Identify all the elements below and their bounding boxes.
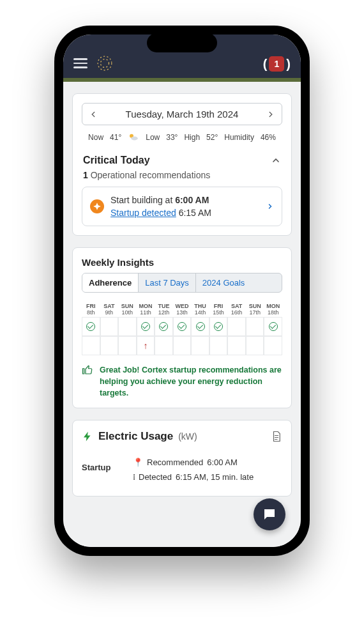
svg-point-0	[98, 56, 112, 70]
check-circle-icon	[269, 322, 278, 331]
partly-cloudy-icon	[128, 132, 139, 143]
cal-check-cell	[137, 317, 155, 336]
cal-head: SUN10th	[118, 302, 137, 317]
recommendation-line2: Startup detected 6:15 AM	[110, 208, 260, 218]
chevron-right-icon[interactable]	[266, 110, 275, 119]
cal-check-cell	[82, 317, 100, 336]
cal-check-cell	[191, 317, 209, 336]
cal-arrow-cell	[155, 336, 173, 355]
detected-marker-icon: ⁝	[133, 472, 135, 482]
notch	[147, 33, 217, 52]
thumbs-up-icon	[82, 364, 93, 376]
cal-check-cell	[100, 317, 119, 336]
usage-rows: 📍 Recommended 6:00 AM ⁝ Detected 6:15 AM…	[133, 458, 282, 487]
recommended-time: 6:00 AM	[207, 458, 238, 467]
cal-arrow-cell	[227, 336, 246, 355]
usage-body: Startup 📍 Recommended 6:00 AM ⁝ Detected…	[82, 458, 282, 487]
cal-arrow-cell	[173, 336, 192, 355]
praise-banner: Great Job! Cortex startup recommendation…	[82, 364, 282, 399]
bolt-icon	[82, 429, 93, 443]
weekly-title: Weekly Insights	[82, 257, 282, 268]
menu-button[interactable]	[73, 58, 87, 68]
recommended-label: Recommended	[147, 458, 203, 467]
chevron-right-icon[interactable]	[266, 203, 274, 210]
rec-prefix: Start building at	[110, 195, 175, 205]
cal-head: SUN17th	[246, 302, 264, 317]
check-circle-icon	[141, 322, 150, 331]
paren-left: (	[263, 57, 268, 72]
cal-head: MON11th	[137, 302, 155, 317]
check-circle-icon	[178, 322, 186, 331]
cal-head: WED13th	[173, 302, 192, 317]
content-scroll[interactable]: Tuesday, March 19th 2024 Now 41° Low 33°…	[63, 82, 301, 547]
tab-2024goals[interactable]: 2024 Goals	[196, 273, 252, 292]
weather-now-label: Now	[88, 133, 103, 142]
compass-icon	[90, 199, 104, 213]
check-circle-icon	[214, 322, 223, 331]
usage-detected-row: ⁝ Detected 6:15 AM, 15 min. late	[133, 472, 282, 482]
check-circle-icon	[86, 322, 95, 331]
cal-check-cell	[227, 317, 246, 336]
critical-subtext: 1 Operational recommendations	[83, 170, 282, 180]
date-picker: Tuesday, March 19th 2024	[82, 103, 282, 125]
startup-detected-link[interactable]: Startup detected	[110, 208, 176, 218]
app-logo-icon	[96, 55, 113, 72]
cal-head: MON18th	[264, 302, 282, 317]
rec-time: 6:00 AM	[175, 195, 209, 205]
cal-arrow-cell	[191, 336, 209, 355]
tab-last7days[interactable]: Last 7 Days	[139, 273, 196, 292]
date-label[interactable]: Tuesday, March 19th 2024	[126, 109, 239, 119]
cal-arrow-cell	[209, 336, 228, 355]
weekly-tabs: Adherence Last 7 Days 2024 Goals	[82, 273, 282, 293]
cal-check-cell	[155, 317, 173, 336]
praise-text: Great Job! Cortex startup recommendation…	[100, 364, 282, 399]
critical-header[interactable]: Critical Today	[82, 155, 282, 166]
weather-low-temp: 33°	[166, 133, 178, 142]
usage-recommended-row: 📍 Recommended 6:00 AM	[133, 458, 282, 467]
cal-head: THU14th	[191, 302, 209, 317]
critical-subtext-label: Operational recommendations	[91, 170, 211, 180]
adherence-calendar: FRI8thSAT9thSUN10thMON11thTUE12thWED13th…	[82, 302, 282, 355]
critical-title: Critical Today	[83, 155, 150, 166]
usage-section-label: Startup	[82, 458, 128, 487]
cal-arrow-cell	[82, 336, 100, 355]
weather-high-label: High	[184, 133, 200, 142]
today-card: Tuesday, March 19th 2024 Now 41° Low 33°…	[72, 93, 292, 236]
chat-button[interactable]	[254, 498, 285, 530]
paren-right: )	[286, 57, 291, 72]
critical-count: 1	[83, 170, 88, 180]
svg-point-1	[101, 59, 109, 68]
app-screen: ( 1 ) Tuesday, March 19th 2024 Now 41°	[63, 35, 301, 547]
weather-high-temp: 52°	[206, 133, 218, 142]
weather-humidity: 46%	[261, 133, 276, 142]
notification-badge[interactable]: ( 1 )	[263, 56, 291, 72]
cal-check-cell	[246, 317, 264, 336]
cal-arrow-cell	[100, 336, 119, 355]
cal-head: FRI15th	[209, 302, 228, 317]
cal-head: SAT16th	[227, 302, 246, 317]
document-icon[interactable]	[271, 430, 282, 443]
weather-now-temp: 41°	[110, 133, 121, 142]
weather-low-label: Low	[146, 133, 160, 142]
recommendation-body: Start building at 6:00 AM Startup detect…	[110, 195, 260, 218]
cal-check-cell	[264, 317, 282, 336]
cal-arrow-cell	[264, 336, 282, 355]
weather-humidity-label: Humidity	[224, 133, 254, 142]
detected-time: 6:15 AM, 15 min. late	[176, 472, 254, 482]
check-circle-icon	[196, 322, 205, 331]
usage-title: Electric Usage	[98, 430, 173, 443]
tab-adherence[interactable]: Adherence	[82, 273, 139, 292]
chat-icon	[262, 507, 277, 522]
recommendation-card[interactable]: Start building at 6:00 AM Startup detect…	[82, 187, 282, 226]
recommendation-line1: Start building at 6:00 AM	[110, 195, 260, 205]
chevron-up-icon[interactable]	[271, 155, 281, 166]
pin-icon: 📍	[133, 458, 143, 467]
cal-arrow-cell	[118, 336, 137, 355]
cal-head: TUE12th	[155, 302, 173, 317]
chevron-left-icon[interactable]	[89, 110, 98, 119]
cal-head: SAT9th	[100, 302, 119, 317]
topbar-left	[73, 55, 113, 72]
cal-arrow-cell: ↑	[137, 336, 155, 355]
phone-frame: ( 1 ) Tuesday, March 19th 2024 Now 41°	[54, 26, 310, 556]
rec-detected-time: 6:15 AM	[179, 208, 211, 218]
